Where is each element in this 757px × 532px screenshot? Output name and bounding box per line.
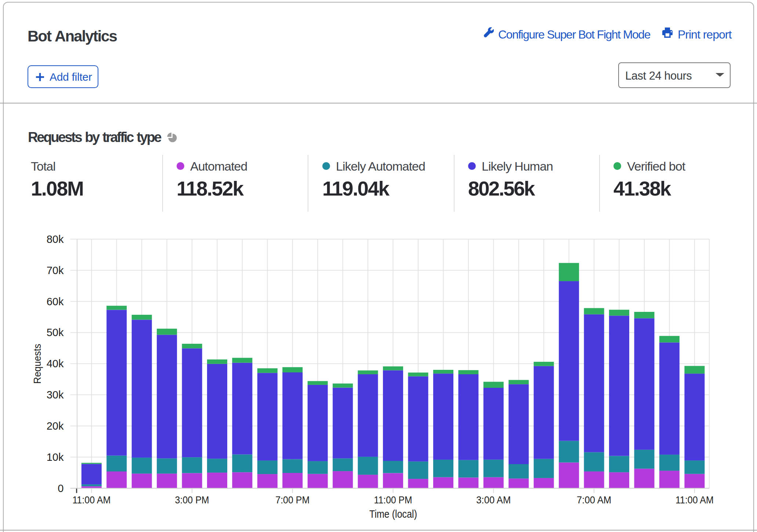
svg-text:80k: 80k [47, 233, 64, 245]
svg-text:60k: 60k [47, 296, 64, 307]
svg-text:Requests: Requests [32, 344, 43, 384]
svg-text:7:00 AM: 7:00 AM [577, 494, 611, 506]
svg-text:20k: 20k [47, 420, 64, 432]
svg-text:0: 0 [58, 482, 64, 494]
svg-text:Time (local): Time (local) [369, 508, 417, 520]
svg-text:11:00 AM: 11:00 AM [72, 494, 111, 506]
svg-text:11:00 AM: 11:00 AM [675, 494, 714, 506]
svg-text:3:00 AM: 3:00 AM [476, 494, 511, 506]
svg-text:40k: 40k [47, 358, 64, 369]
svg-text:70k: 70k [47, 265, 64, 276]
svg-text:50k: 50k [47, 327, 64, 338]
svg-text:11:00 PM: 11:00 PM [374, 494, 412, 506]
svg-text:10k: 10k [47, 451, 64, 463]
svg-text:7:00 PM: 7:00 PM [275, 494, 309, 506]
svg-text:3:00 PM: 3:00 PM [175, 494, 209, 506]
svg-text:30k: 30k [47, 389, 64, 401]
